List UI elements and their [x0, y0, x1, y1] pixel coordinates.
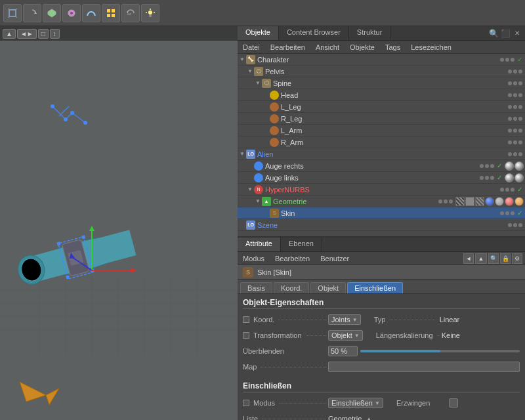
attr-menu-bearbeiten[interactable]: Bearbeiten [272, 254, 312, 263]
viewport-btn-arrows[interactable]: ◄► [17, 29, 37, 39]
svg-rect-12 [112, 14, 115, 17]
close-icon[interactable]: ✕ [512, 28, 522, 39]
obj-row-l-leg[interactable]: ▶ L_Leg [238, 101, 525, 113]
obj-row-charakter[interactable]: ▼ 🦴 Charakter ✓ [238, 54, 525, 66]
expand-alien[interactable]: ▼ [239, 151, 245, 158]
obj-row-head[interactable]: ▶ Head [238, 89, 525, 101]
checkbox-erzwingen[interactable] [449, 398, 458, 408]
toolbar-icon-mograph[interactable] [102, 4, 120, 22]
check-skin[interactable]: ✓ [516, 209, 524, 217]
svg-text:∞: ∞ [127, 11, 131, 17]
expand-geometrie[interactable]: ▼ [255, 198, 261, 205]
obj-row-r-arm[interactable]: ▶ R_Arm [238, 136, 525, 148]
obj-row-hypernurbs[interactable]: ▼ N HyperNURBS ✓ [238, 184, 525, 196]
dropdown-koord[interactable]: Joints ▼ [328, 314, 361, 325]
dropdown-transformation[interactable]: Objekt ▼ [328, 330, 363, 341]
attr-menu-modus[interactable]: Modus [240, 254, 267, 263]
menu-tags[interactable]: Tags [383, 43, 403, 52]
attr-btn-lock[interactable]: 🔒 [500, 253, 511, 264]
sub-tab-koord[interactable]: Koord. [274, 282, 309, 293]
menu-bearbeiten[interactable]: Bearbeiten [268, 43, 308, 52]
slider-ueberblenden[interactable] [360, 350, 520, 352]
checkbox-koord[interactable] [243, 316, 249, 323]
svg-rect-0 [9, 10, 16, 16]
map-field[interactable] [328, 362, 520, 372]
input-ueberblenden[interactable] [328, 346, 358, 356]
attr-tab-ebenen[interactable]: Ebenen [281, 238, 322, 251]
obj-row-auge-rechts[interactable]: ▶ Auge rechts ✓ [238, 160, 525, 172]
toolbar-icon-deformer[interactable] [62, 4, 81, 22]
expand-auge-rechts[interactable]: ▶ [247, 163, 253, 169]
obj-row-auge-links[interactable]: ▶ Auge links ✓ [238, 172, 525, 184]
svg-marker-51 [46, 388, 59, 405]
icon-alien: LO [246, 150, 255, 159]
expand-szene[interactable]: ▶ [239, 222, 245, 228]
svg-marker-50 [20, 382, 46, 402]
expand-skin[interactable]: ▶ [262, 210, 269, 217]
liste-icon: ▲ [366, 415, 372, 421]
dropdown-modus[interactable]: Einschließen ▼ [328, 398, 383, 408]
right-panel: Objekte Content Browser Struktur 🔍 ⬛ ✕ D… [238, 26, 525, 420]
checkbox-modus[interactable] [243, 400, 249, 406]
svg-point-57 [64, 117, 68, 121]
check-hypernurbs[interactable]: ✓ [516, 186, 524, 193]
expand-hypernurbs[interactable]: ▼ [247, 186, 253, 193]
expand-l-leg[interactable]: ▶ [262, 104, 269, 110]
viewport-btn-up[interactable]: ▲ [3, 29, 16, 39]
expand-pelvis[interactable]: ▼ [247, 68, 253, 75]
check-auge-links[interactable]: ✓ [495, 174, 503, 181]
attr-btn-forward[interactable]: ▲ [475, 253, 487, 264]
sub-tab-einschliessen[interactable]: Einschließen [347, 282, 403, 293]
viewport-btn-resize[interactable]: ↕ [50, 29, 60, 39]
expand-head[interactable]: ▶ [262, 92, 269, 98]
viewport-btn-square[interactable]: □ [38, 29, 49, 39]
menu-datei[interactable]: Datei [240, 43, 262, 52]
toolbar-icon-loop[interactable]: ∞ [121, 4, 140, 22]
dropdown-modus-arrow: ▼ [375, 400, 380, 406]
svg-line-3 [16, 16, 17, 18]
menu-objekte[interactable]: Objekte [347, 43, 377, 52]
toolbar-icon-polygon[interactable] [43, 4, 61, 22]
tab-struktur[interactable]: Struktur [349, 26, 391, 40]
toolbar-icon-light[interactable] [141, 4, 159, 22]
svg-point-14 [148, 10, 152, 14]
filter-icon[interactable]: ⬛ [500, 28, 511, 39]
expand-r-arm[interactable]: ▶ [262, 139, 269, 146]
obj-row-r-leg[interactable]: ▶ R_Leg [238, 113, 525, 125]
check-charakter[interactable]: ✓ [516, 56, 524, 63]
attr-btn-settings[interactable]: ⚙ [512, 253, 522, 264]
obj-row-skin[interactable]: ▶ S Skin ✓ [238, 207, 525, 219]
check-auge-rechts[interactable]: ✓ [495, 162, 503, 169]
obj-row-l-arm[interactable]: ▶ L_Arm [238, 125, 525, 136]
menu-ansicht[interactable]: Ansicht [313, 43, 342, 52]
obj-row-alien[interactable]: ▼ LO Alien [238, 148, 525, 160]
obj-row-spine[interactable]: ▼ ⬡ Spine [238, 77, 525, 89]
toolbar-icon-rotate[interactable] [23, 4, 41, 22]
attribute-menubar: Modus Bearbeiten Benutzer ◄ ▲ 🔍 🔒 ⚙ [238, 252, 525, 265]
expand-r-leg[interactable]: ▶ [262, 116, 269, 122]
expand-charakter[interactable]: ▼ [239, 56, 245, 63]
attr-tab-attribute[interactable]: Attribute [238, 238, 281, 251]
attr-btn-search[interactable]: 🔍 [488, 253, 499, 264]
obj-row-geometrie[interactable]: ▼ ▲ Geometrie [238, 196, 525, 207]
expand-spine[interactable]: ▼ [255, 80, 261, 87]
object-list[interactable]: ▼ 🦴 Charakter ✓ ▼ ⬡ Pelvis ▼ ⬡ [238, 54, 525, 236]
expand-l-arm[interactable]: ▶ [262, 127, 269, 134]
attr-menu-benutzer[interactable]: Benutzer [318, 254, 352, 263]
attr-btn-back[interactable]: ◄ [463, 253, 474, 264]
viewport[interactable]: ▲ ◄► □ ↕ [0, 26, 238, 420]
sub-tab-basis[interactable]: Basis [240, 282, 272, 293]
checkbox-transformation[interactable] [243, 332, 249, 339]
toolbar-icon-nurbs[interactable] [82, 4, 100, 22]
tab-objekte[interactable]: Objekte [238, 26, 279, 40]
menu-lesezeichen[interactable]: Lesezeichen [408, 43, 454, 52]
sub-tab-objekt[interactable]: Objekt [310, 282, 346, 293]
obj-row-pelvis[interactable]: ▼ ⬡ Pelvis [238, 66, 525, 77]
toolbar-icon-cube[interactable] [3, 4, 22, 22]
obj-row-szene[interactable]: ▶ LO Szene [238, 219, 525, 231]
search-icon[interactable]: 🔍 [488, 28, 499, 39]
expand-auge-links[interactable]: ▶ [247, 175, 253, 181]
properties-area: Objekt-Eigenschaften Koord. Joints ▼ [238, 294, 525, 420]
svg-line-1 [8, 9, 9, 10]
tab-content-browser[interactable]: Content Browser [279, 26, 349, 40]
